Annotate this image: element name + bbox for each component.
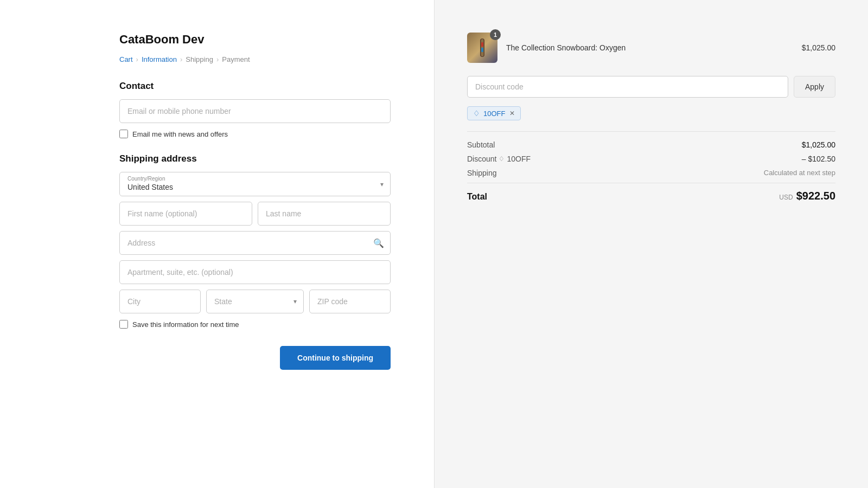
- shipping-row: Shipping Calculated at next step: [467, 169, 835, 177]
- apply-button[interactable]: Apply: [794, 76, 835, 98]
- subtotal-label: Subtotal: [467, 140, 495, 149]
- total-value-group: USD $922.50: [779, 190, 835, 202]
- state-placeholder: State: [214, 297, 232, 306]
- subtotal-row: Subtotal $1,025.00: [467, 140, 835, 149]
- contact-section: Contact Email me with news and offers: [119, 81, 391, 138]
- address-wrapper: 🔍: [119, 231, 391, 255]
- sep-2: ›: [180, 55, 182, 63]
- svg-rect-2: [481, 42, 483, 47]
- last-name-input[interactable]: [258, 202, 391, 226]
- continue-button[interactable]: Continue to shipping: [280, 346, 391, 370]
- first-name-input[interactable]: [119, 202, 252, 226]
- qty-badge: 1: [490, 29, 501, 40]
- save-info-checkbox[interactable]: [119, 320, 128, 329]
- country-value: United States: [127, 183, 173, 191]
- applied-discount-area: ♢ 10OFF ✕: [467, 106, 835, 131]
- shipping-label: Shipping: [467, 169, 497, 177]
- contact-title: Contact: [119, 81, 391, 92]
- continue-btn-wrapper: Continue to shipping: [119, 339, 391, 370]
- discount-label: Discount ♢ 10OFF: [467, 155, 531, 163]
- remove-discount-icon[interactable]: ✕: [509, 110, 515, 117]
- country-chevron-icon: ▾: [380, 181, 384, 188]
- shipping-value: Calculated at next step: [764, 169, 835, 177]
- save-info-label: Save this information for next time: [132, 320, 239, 329]
- total-row: Total USD $922.50: [467, 183, 835, 202]
- city-input[interactable]: [119, 290, 201, 313]
- tag-icon: ♢: [473, 109, 480, 118]
- sep-3: ›: [216, 55, 219, 63]
- name-row: [119, 202, 391, 226]
- applied-code: 10OFF: [483, 110, 505, 118]
- shipping-title: Shipping address: [119, 153, 391, 164]
- email-input[interactable]: [119, 99, 391, 123]
- search-icon: 🔍: [373, 238, 384, 248]
- state-field: State ▾: [206, 290, 304, 313]
- zip-input[interactable]: [309, 290, 391, 313]
- discount-code-input[interactable]: [467, 76, 788, 98]
- discount-value: – $102.50: [802, 155, 835, 163]
- product-price: $1,025.00: [802, 43, 835, 52]
- product-name: The Collection Snowboard: Oxygen: [506, 43, 793, 52]
- city-state-zip-row: State ▾: [119, 290, 391, 313]
- brand-title: CataBoom Dev: [119, 33, 391, 47]
- news-checkbox-row: Email me with news and offers: [119, 130, 391, 138]
- discount-tag: ♢ 10OFF ✕: [467, 106, 521, 120]
- city-field: [119, 290, 201, 313]
- breadcrumb-information: Information: [142, 55, 177, 63]
- total-currency: USD: [779, 194, 793, 201]
- right-panel: 1 The Collection Snowboard: Oxygen $1,02…: [434, 0, 868, 488]
- discount-row-summary: Discount ♢ 10OFF – $102.50: [467, 155, 835, 163]
- left-panel: CataBoom Dev Cart › Information › Shippi…: [0, 0, 434, 488]
- svg-rect-3: [481, 48, 483, 52]
- breadcrumb-cart[interactable]: Cart: [119, 55, 133, 63]
- country-label: Country/Region: [127, 176, 371, 182]
- shipping-section: Shipping address Country/Region United S…: [119, 153, 391, 370]
- order-divider: [467, 131, 835, 132]
- order-item: 1 The Collection Snowboard: Oxygen $1,02…: [467, 33, 835, 63]
- state-chevron-icon: ▾: [293, 298, 297, 305]
- zip-field: [309, 290, 391, 313]
- sep-1: ›: [136, 55, 138, 63]
- state-select[interactable]: State ▾: [206, 290, 304, 313]
- save-info-row: Save this information for next time: [119, 320, 391, 329]
- apartment-input[interactable]: [119, 260, 391, 284]
- breadcrumb: Cart › Information › Shipping › Payment: [119, 55, 391, 63]
- total-label: Total: [467, 192, 487, 202]
- discount-code-row: Apply: [467, 76, 835, 98]
- address-input[interactable]: [119, 231, 391, 255]
- total-amount: $922.50: [796, 190, 835, 202]
- breadcrumb-payment: Payment: [222, 55, 250, 63]
- news-checkbox[interactable]: [119, 130, 128, 138]
- news-label: Email me with news and offers: [132, 130, 228, 138]
- product-image-wrapper: 1: [467, 33, 497, 63]
- country-select[interactable]: Country/Region United States ▾: [119, 172, 391, 196]
- subtotal-value: $1,025.00: [802, 140, 835, 149]
- breadcrumb-shipping: Shipping: [186, 55, 213, 63]
